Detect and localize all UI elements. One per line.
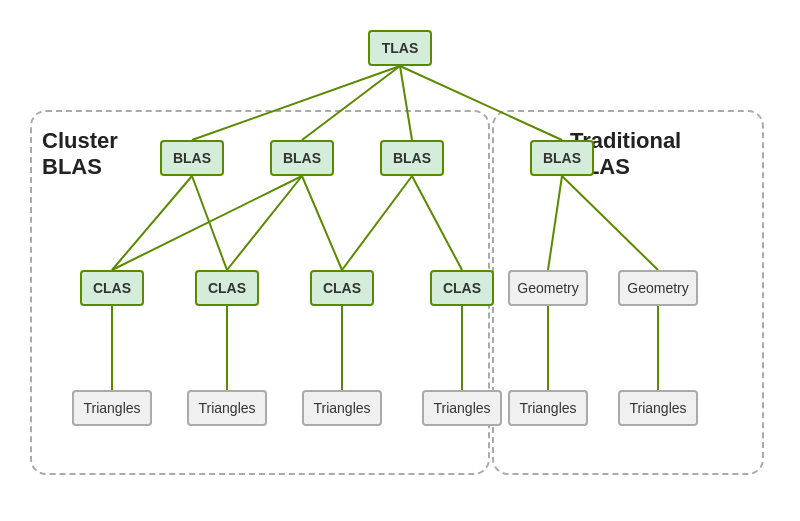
tri5-node: Triangles: [508, 390, 588, 426]
geo1-node: Geometry: [508, 270, 588, 306]
tri1-node: Triangles: [72, 390, 152, 426]
tri3-node: Triangles: [302, 390, 382, 426]
tlas-node: TLAS: [368, 30, 432, 66]
blas3-node: BLAS: [380, 140, 444, 176]
clas3-node: CLAS: [310, 270, 374, 306]
tri4-node: Triangles: [422, 390, 502, 426]
clas1-node: CLAS: [80, 270, 144, 306]
clas4-node: CLAS: [430, 270, 494, 306]
cluster-blas-label: ClusterBLAS: [42, 128, 118, 181]
blas2-node: BLAS: [270, 140, 334, 176]
geo2-node: Geometry: [618, 270, 698, 306]
diagram-container: ClusterBLAS TraditionalBLAS: [0, 0, 800, 521]
tri2-node: Triangles: [187, 390, 267, 426]
clas2-node: CLAS: [195, 270, 259, 306]
tri6-node: Triangles: [618, 390, 698, 426]
blas4-node: BLAS: [530, 140, 594, 176]
blas1-node: BLAS: [160, 140, 224, 176]
